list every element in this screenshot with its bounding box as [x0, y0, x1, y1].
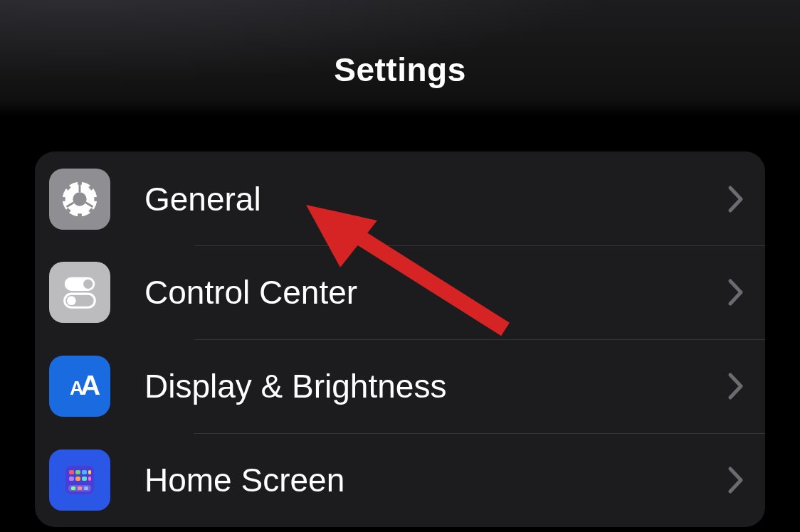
svg-text:A: A: [80, 370, 100, 400]
svg-point-16: [67, 296, 76, 305]
svg-rect-22: [82, 470, 87, 474]
chevron-right-icon: [728, 467, 744, 494]
settings-list: General Control Center: [35, 151, 765, 527]
svg-rect-26: [82, 477, 87, 481]
header-bar: Settings: [0, 0, 800, 116]
text-size-icon: A A: [49, 356, 110, 417]
svg-rect-31: [84, 486, 88, 490]
svg-rect-6: [78, 213, 82, 220]
row-label: Display & Brightness: [144, 367, 728, 405]
svg-rect-29: [71, 486, 75, 490]
chevron-right-icon: [728, 186, 744, 213]
svg-rect-8: [58, 197, 65, 201]
svg-rect-27: [88, 477, 91, 481]
svg-rect-4: [94, 197, 101, 201]
svg-point-14: [83, 280, 93, 289]
chevron-right-icon: [728, 373, 744, 400]
svg-rect-2: [78, 178, 82, 185]
toggles-icon: [49, 262, 110, 323]
row-control-center[interactable]: Control Center: [35, 245, 765, 339]
row-label: Control Center: [144, 273, 728, 312]
row-display-brightness[interactable]: A A Display & Brightness: [35, 339, 765, 433]
settings-list-wrapper: General Control Center: [0, 116, 800, 527]
row-general[interactable]: General: [35, 151, 765, 245]
svg-rect-20: [69, 470, 74, 474]
row-label: General: [144, 180, 728, 218]
svg-rect-23: [88, 470, 91, 474]
home-grid-icon: [49, 449, 110, 511]
row-home-screen[interactable]: Home Screen: [35, 433, 765, 527]
gear-icon: [49, 169, 110, 230]
chevron-right-icon: [728, 279, 744, 306]
svg-rect-25: [75, 477, 80, 481]
page-title: Settings: [334, 50, 465, 89]
svg-point-1: [73, 192, 86, 206]
svg-rect-21: [75, 470, 80, 474]
svg-rect-24: [69, 477, 74, 481]
svg-rect-30: [78, 486, 82, 490]
row-label: Home Screen: [144, 461, 728, 499]
